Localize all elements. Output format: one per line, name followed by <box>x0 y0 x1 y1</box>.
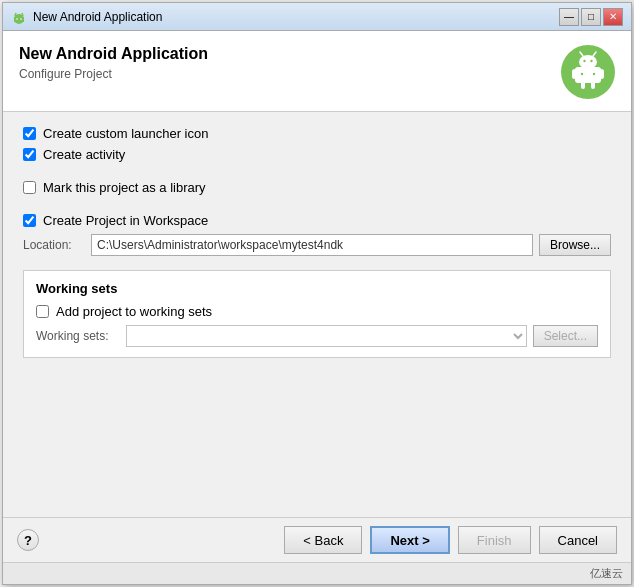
svg-line-3 <box>22 13 23 16</box>
header-panel: New Android Application Configure Projec… <box>3 31 631 112</box>
mark-library-row: Mark this project as a library <box>23 180 611 195</box>
location-label: Location: <box>23 238 91 252</box>
create-activity-row: Create activity <box>23 147 611 162</box>
svg-point-4 <box>16 18 18 20</box>
title-bar: New Android Application — □ ✕ <box>3 3 631 31</box>
close-button[interactable]: ✕ <box>603 8 623 26</box>
svg-point-5 <box>20 18 22 20</box>
header-subtitle: Configure Project <box>19 67 208 81</box>
svg-rect-8 <box>572 69 577 79</box>
svg-point-18 <box>593 73 595 75</box>
add-working-sets-checkbox[interactable] <box>36 305 49 318</box>
svg-point-13 <box>583 60 585 62</box>
svg-rect-9 <box>599 69 604 79</box>
svg-rect-11 <box>591 81 595 89</box>
footer-left: ? <box>17 529 39 551</box>
add-working-sets-row: Add project to working sets <box>36 304 598 319</box>
mark-library-checkbox[interactable] <box>23 181 36 194</box>
window-title: New Android Application <box>33 10 559 24</box>
header-title: New Android Application <box>19 45 208 63</box>
working-sets-select-row: Working sets: Select... <box>36 325 598 347</box>
footer-buttons: < Back Next > Finish Cancel <box>284 526 617 554</box>
create-activity-checkbox[interactable] <box>23 148 36 161</box>
working-sets-select[interactable] <box>126 325 527 347</box>
main-window: New Android Application — □ ✕ New Androi… <box>2 2 632 585</box>
location-row: Location: Browse... <box>23 234 611 256</box>
help-button[interactable]: ? <box>17 529 39 551</box>
cancel-button[interactable]: Cancel <box>539 526 617 554</box>
header-text: New Android Application Configure Projec… <box>19 45 208 81</box>
create-launcher-icon-label[interactable]: Create custom launcher icon <box>43 126 208 141</box>
back-button[interactable]: < Back <box>284 526 362 554</box>
minimize-button[interactable]: — <box>559 8 579 26</box>
next-button[interactable]: Next > <box>370 526 449 554</box>
android-logo <box>561 45 615 99</box>
create-launcher-icon-checkbox[interactable] <box>23 127 36 140</box>
footer: ? < Back Next > Finish Cancel <box>3 517 631 562</box>
svg-point-14 <box>590 60 592 62</box>
svg-rect-1 <box>14 17 24 22</box>
status-bar: 亿速云 <box>3 562 631 584</box>
content-panel: Create custom launcher icon Create activ… <box>3 112 631 517</box>
add-working-sets-label[interactable]: Add project to working sets <box>56 304 212 319</box>
working-sets-title: Working sets <box>36 281 598 296</box>
create-workspace-label[interactable]: Create Project in Workspace <box>43 213 208 228</box>
create-launcher-icon-row: Create custom launcher icon <box>23 126 611 141</box>
svg-point-12 <box>579 55 597 69</box>
status-text: 亿速云 <box>590 566 623 581</box>
create-workspace-checkbox[interactable] <box>23 214 36 227</box>
svg-rect-10 <box>581 81 585 89</box>
svg-rect-7 <box>575 67 601 83</box>
location-input[interactable] <box>91 234 533 256</box>
svg-line-2 <box>15 13 16 16</box>
mark-library-label[interactable]: Mark this project as a library <box>43 180 206 195</box>
browse-button[interactable]: Browse... <box>539 234 611 256</box>
create-activity-label[interactable]: Create activity <box>43 147 125 162</box>
working-sets-box: Working sets Add project to working sets… <box>23 270 611 358</box>
select-button[interactable]: Select... <box>533 325 598 347</box>
svg-point-17 <box>581 73 583 75</box>
working-sets-label: Working sets: <box>36 329 126 343</box>
create-workspace-row: Create Project in Workspace <box>23 213 611 228</box>
finish-button[interactable]: Finish <box>458 526 531 554</box>
title-bar-buttons: — □ ✕ <box>559 8 623 26</box>
window-icon <box>11 9 27 25</box>
maximize-button[interactable]: □ <box>581 8 601 26</box>
